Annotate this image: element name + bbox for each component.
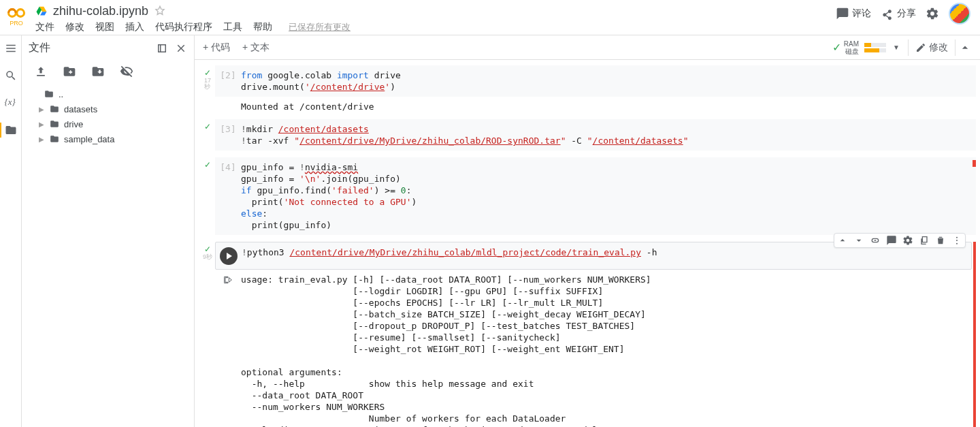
file-tree: .. ▶ datasets ▶ drive ▶ sample_data bbox=[22, 85, 194, 148]
edit-toggle-button[interactable]: 修改 bbox=[911, 42, 952, 54]
cell-gear-icon[interactable] bbox=[902, 235, 913, 246]
files-tab-icon[interactable] bbox=[5, 124, 17, 136]
status-check-icon: ✓ bbox=[204, 68, 211, 78]
status-check-icon: ✓ bbox=[204, 122, 211, 131]
code-cell[interactable]: ✓ [4] gpu_info = !nvidia-smi gpu_info = … bbox=[200, 157, 976, 235]
link-icon[interactable] bbox=[870, 235, 881, 246]
save-status[interactable]: 已保存所有更改 bbox=[289, 21, 350, 33]
sidebar-close-icon[interactable] bbox=[175, 42, 187, 54]
folder-icon bbox=[49, 104, 60, 114]
upload-file-icon[interactable] bbox=[34, 65, 48, 78]
chevron-right-icon: ▶ bbox=[38, 106, 45, 113]
output-collapse-icon[interactable] bbox=[223, 274, 233, 285]
run-cell-button[interactable] bbox=[220, 247, 238, 265]
folder-icon bbox=[49, 119, 60, 129]
chevron-right-icon: ▶ bbox=[38, 136, 45, 143]
sidebar-popout-icon[interactable] bbox=[156, 42, 168, 54]
status-check-icon: ✓ bbox=[204, 160, 211, 170]
menu-bar: 文件 修改 视图 插入 代码执行程序 工具 帮助 已保存所有更改 bbox=[35, 19, 836, 35]
notebook-area: + 代码 + 文本 ✓ RAM 磁盘 ▼ 修改 bbox=[195, 35, 980, 427]
variables-tab-icon[interactable]: {x} bbox=[5, 97, 17, 109]
add-code-button[interactable]: + 代码 bbox=[203, 42, 230, 54]
sidebar-toolbar bbox=[22, 61, 194, 85]
code-content[interactable]: !mkdir /content/datasets !tar -xvf "/con… bbox=[241, 123, 976, 146]
resources-button[interactable]: ✓ RAM 磁盘 ▼ bbox=[832, 40, 905, 55]
menu-file[interactable]: 文件 bbox=[35, 21, 54, 33]
tree-item-datasets[interactable]: ▶ datasets bbox=[27, 101, 189, 116]
cell-output: Mounted at /content/drive bbox=[241, 101, 374, 112]
code-cell[interactable]: ✓ [3] !mkdir /content/datasets !tar -xvf… bbox=[200, 119, 976, 151]
tree-item-label: drive bbox=[64, 119, 83, 129]
tree-item-label: datasets bbox=[64, 104, 97, 114]
exec-time: 9秒 bbox=[203, 254, 212, 260]
sidebar-title: 文件 bbox=[29, 41, 149, 55]
add-text-button[interactable]: + 文本 bbox=[242, 42, 270, 54]
refresh-folder-icon[interactable] bbox=[63, 65, 76, 78]
chevron-right-icon: ▶ bbox=[38, 121, 45, 128]
cell-output: usage: train_eval.py [-h] [--data_root D… bbox=[241, 274, 651, 427]
comments-label: 评论 bbox=[852, 7, 871, 20]
star-icon[interactable] bbox=[154, 5, 166, 17]
mirror-icon[interactable] bbox=[919, 235, 930, 246]
code-cell[interactable]: ✓ 17 秒 [2] from google.colab import driv… bbox=[200, 65, 976, 112]
delete-icon[interactable] bbox=[935, 235, 946, 246]
avatar[interactable] bbox=[949, 3, 970, 25]
tree-item-drive[interactable]: ▶ drive bbox=[27, 116, 189, 131]
tree-item-sample-data[interactable]: ▶ sample_data bbox=[27, 131, 189, 146]
more-icon[interactable] bbox=[951, 235, 962, 246]
find-tab-icon[interactable] bbox=[5, 69, 17, 82]
menu-help[interactable]: 帮助 bbox=[253, 21, 272, 33]
left-rail: {x} bbox=[0, 35, 22, 427]
move-down-icon[interactable] bbox=[853, 235, 864, 246]
status-check-icon: ✓ bbox=[204, 244, 211, 254]
comment-icon[interactable] bbox=[886, 235, 897, 246]
toggle-hidden-icon[interactable] bbox=[120, 65, 133, 78]
disk-label: 磁盘 bbox=[844, 48, 859, 55]
code-cell-selected[interactable]: ✓ 9秒 bbox=[200, 242, 976, 427]
folder-icon bbox=[44, 89, 54, 99]
share-button[interactable]: 分享 bbox=[881, 7, 916, 20]
ram-label: RAM bbox=[844, 40, 859, 48]
divider bbox=[908, 39, 909, 56]
code-content[interactable]: gpu_info = !nvidia-smi gpu_info = '\n'.j… bbox=[241, 161, 976, 231]
selection-bar bbox=[973, 242, 976, 427]
drive-icon bbox=[35, 5, 48, 17]
colab-logo[interactable]: PRO bbox=[5, 3, 27, 30]
active-rail-marker bbox=[0, 123, 1, 138]
parent-dir-row[interactable]: .. bbox=[27, 86, 189, 101]
check-icon: ✓ bbox=[832, 41, 841, 54]
folder-icon bbox=[49, 134, 60, 144]
menu-tools[interactable]: 工具 bbox=[223, 21, 242, 33]
files-sidebar: 文件 .. ▶ datasets ▶ drive bbox=[22, 35, 195, 427]
edit-label: 修改 bbox=[929, 42, 948, 54]
divider bbox=[955, 39, 956, 56]
comments-button[interactable]: 评论 bbox=[836, 7, 871, 20]
share-icon bbox=[881, 7, 894, 20]
prompt-number: [2] bbox=[220, 70, 235, 80]
settings-button[interactable] bbox=[926, 7, 939, 20]
menu-insert[interactable]: 插入 bbox=[125, 21, 144, 33]
chevron-down-icon: ▼ bbox=[893, 44, 900, 51]
notebook-toolbar: + 代码 + 文本 ✓ RAM 磁盘 ▼ 修改 bbox=[195, 35, 980, 60]
toc-tab-icon[interactable] bbox=[5, 42, 17, 54]
pencil-icon bbox=[915, 42, 926, 53]
error-indicator bbox=[973, 160, 976, 167]
resource-bars bbox=[864, 43, 886, 52]
play-icon bbox=[227, 253, 232, 259]
collapse-header-button[interactable] bbox=[958, 41, 972, 54]
svg-point-1 bbox=[17, 10, 24, 17]
code-content[interactable]: from google.colab import drive drive.mou… bbox=[241, 69, 976, 93]
colab-icon bbox=[7, 6, 25, 20]
code-content[interactable]: !python3 /content/drive/MyDrive/zhihu_co… bbox=[242, 247, 971, 265]
menu-edit[interactable]: 修改 bbox=[65, 21, 84, 33]
comment-icon bbox=[836, 7, 849, 20]
mount-drive-icon[interactable] bbox=[91, 65, 105, 78]
menu-runtime[interactable]: 代码执行程序 bbox=[155, 21, 212, 33]
menu-view[interactable]: 视图 bbox=[95, 21, 114, 33]
pro-badge: PRO bbox=[10, 20, 23, 27]
cell-action-toolbar bbox=[834, 233, 966, 248]
move-up-icon[interactable] bbox=[837, 235, 848, 246]
share-label: 分享 bbox=[897, 7, 916, 20]
parent-dir-label: .. bbox=[59, 89, 63, 99]
notebook-title[interactable]: zhihu-colab.ipynb bbox=[53, 4, 148, 18]
